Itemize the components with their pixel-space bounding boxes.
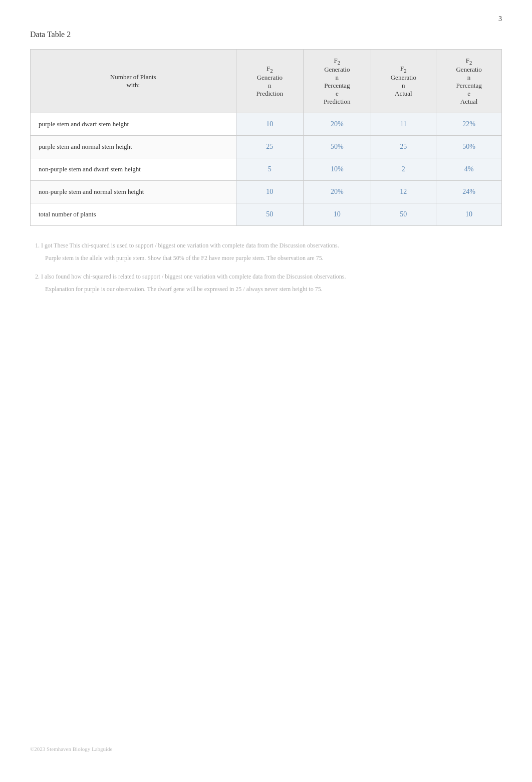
row-actual: 11 [371,113,436,135]
col-header-f2-pred: F2GenerationPrediction [236,50,303,113]
row-label: total number of plants [31,203,236,225]
note-2: 2. I also found how chi-squared is relat… [35,272,497,294]
col-header-f2-pct-pred: F2GenerationPercentagePrediction [304,50,371,113]
row-actual: 2 [371,158,436,180]
row-pct-actual: 10 [436,203,502,225]
note-1: 1. I got These This chi-squared is used … [35,241,497,263]
note-1-main: 1. I got These This chi-squared is used … [35,241,497,250]
row-actual: 50 [371,203,436,225]
row-prediction: 5 [236,158,303,180]
row-pct-actual: 50% [436,135,502,158]
note-2-sub: Explanation for purple is our observatio… [45,285,497,294]
row-pct-actual: 4% [436,158,502,180]
page-number: 3 [498,15,502,23]
notes-section: 1. I got These This chi-squared is used … [30,241,502,295]
section-title: Data Table 2 [30,30,502,39]
row-actual: 25 [371,135,436,158]
table-row: purple stem and normal stem height2550%2… [31,135,502,158]
col-header-label: Number of Plantswith: [31,50,236,113]
note-1-sub: Purple stem is the allele with purple st… [45,253,497,263]
row-pct-actual: 24% [436,180,502,203]
row-prediction: 10 [236,180,303,203]
row-prediction: 50 [236,203,303,225]
table-row: purple stem and dwarf stem height1020%11… [31,113,502,135]
row-pct-actual: 22% [436,113,502,135]
col-header-f2-actual: F2GenerationActual [371,50,436,113]
row-label: non-purple stem and dwarf stem height [31,158,236,180]
row-label: non-purple stem and normal stem height [31,180,236,203]
row-pct-prediction: 50% [304,135,371,158]
row-pct-prediction: 10% [304,158,371,180]
row-prediction: 25 [236,135,303,158]
row-actual: 12 [371,180,436,203]
table-row: non-purple stem and dwarf stem height510… [31,158,502,180]
row-pct-prediction: 20% [304,180,371,203]
footer-note: ©2023 Stemhaven Biology Labguide [30,746,112,752]
col-header-f2-pct-actual: F2GenerationPercentageActual [436,50,502,113]
row-pct-prediction: 20% [304,113,371,135]
row-label: purple stem and dwarf stem height [31,113,236,135]
data-table: Number of Plantswith: F2GenerationPredic… [30,49,502,226]
row-label: purple stem and normal stem height [31,135,236,158]
table-row: non-purple stem and normal stem height10… [31,180,502,203]
table-row: total number of plants50105010 [31,203,502,225]
note-2-main: 2. I also found how chi-squared is relat… [35,272,497,282]
row-prediction: 10 [236,113,303,135]
row-pct-prediction: 10 [304,203,371,225]
